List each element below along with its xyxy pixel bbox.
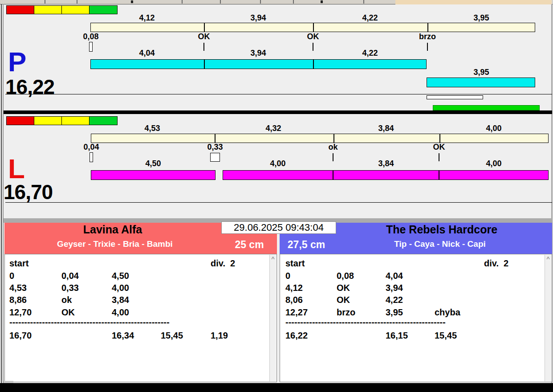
toolbar-clipped bbox=[0, 0, 553, 4]
toolbar-glyph-fragment bbox=[321, 0, 323, 3]
p-tick bbox=[203, 43, 204, 51]
bottom-bar bbox=[0, 383, 553, 392]
total-clean: 16,15 bbox=[386, 331, 408, 340]
scroll-up-arrow[interactable]: ^ bbox=[545, 256, 551, 261]
toolbar-separator bbox=[182, 0, 183, 4]
l-ref-split-label: 4,53 bbox=[144, 124, 160, 132]
cell-time: 0 bbox=[285, 271, 290, 280]
bar-divider bbox=[427, 23, 428, 32]
total-time: 16,70 bbox=[9, 331, 32, 340]
toolbar-separator bbox=[260, 0, 261, 4]
traffic-green-segment bbox=[89, 6, 117, 14]
toolbar-separator bbox=[45, 0, 45, 4]
cell-mark: brzo bbox=[337, 308, 355, 317]
l-run-bar-first bbox=[91, 170, 216, 180]
cell-time: 4,53 bbox=[9, 283, 27, 292]
cell-split: 4,04 bbox=[386, 271, 403, 280]
toolbar-glyph-fragment bbox=[131, 0, 133, 3]
cell-time: 12,70 bbox=[9, 308, 32, 317]
p-start-tick-box bbox=[89, 42, 93, 52]
l-change-mark: ok bbox=[328, 143, 337, 151]
l-ref-split-label: 4,00 bbox=[486, 124, 501, 132]
bar-divider bbox=[215, 134, 216, 143]
p-ref-split-label: 4,12 bbox=[139, 14, 155, 22]
total-time: 16,22 bbox=[285, 331, 308, 340]
l-change-mark: 0,33 bbox=[207, 143, 223, 151]
l-tick bbox=[333, 153, 333, 161]
traffic-green-segment bbox=[89, 117, 117, 125]
p-ref-split-label: 3,95 bbox=[473, 14, 489, 22]
bar-divider bbox=[313, 60, 314, 69]
total-diff: 1,19 bbox=[211, 331, 228, 340]
lane-divider bbox=[4, 110, 552, 114]
cell-mark: 0,08 bbox=[337, 271, 354, 280]
left-team-dogs: Geyser - Trixie - Bria - Bambi bbox=[57, 240, 173, 248]
l-change-tick-box bbox=[210, 153, 220, 162]
l-lane-letter: L bbox=[8, 155, 25, 183]
l-run-split-label: 4,00 bbox=[270, 159, 285, 167]
cell-mark: 0,33 bbox=[61, 283, 79, 292]
l-start-tick-box bbox=[89, 152, 93, 162]
l-total-time: 16,70 bbox=[4, 182, 53, 202]
p-ref-split-label: 3,94 bbox=[250, 14, 266, 22]
left-table-scrollbar[interactable]: ^ bbox=[269, 255, 276, 381]
cell-mark: 0,04 bbox=[61, 271, 79, 280]
right-results-table: start div. 2 0 0,08 4,04 4,12 OK 3,94 8,… bbox=[280, 254, 552, 382]
table-header-start: start bbox=[9, 259, 28, 268]
p-green-bar bbox=[433, 105, 540, 110]
table-header-start: start bbox=[285, 259, 305, 268]
l-section-line bbox=[5, 202, 552, 203]
l-run-split-label: 4,00 bbox=[486, 159, 501, 167]
p-traffic-light bbox=[6, 5, 118, 14]
left-team-name: Lavina Alfa bbox=[83, 224, 142, 235]
timestamp: 29.06.2025 09:43:04 bbox=[221, 221, 336, 234]
traffic-red-segment bbox=[7, 6, 34, 14]
table-separator: ----------------------------------------… bbox=[285, 318, 446, 327]
app-window: 4,12 3,94 4,22 3,95 0,08 OK OK brzo 4,04… bbox=[0, 0, 553, 392]
traffic-yellow-segment bbox=[62, 6, 89, 14]
bar-divider bbox=[333, 134, 334, 143]
p-tick bbox=[313, 43, 313, 51]
l-change-mark: 0,04 bbox=[83, 143, 99, 151]
l-run-split-label: 3,84 bbox=[378, 159, 394, 167]
cell-split: 3,84 bbox=[112, 295, 129, 304]
p-white-bar bbox=[427, 95, 483, 99]
left-team-height: 25 cm bbox=[235, 240, 264, 250]
bar-divider bbox=[439, 134, 440, 143]
toolbar-right-patch bbox=[395, 0, 552, 4]
cell-mark: OK bbox=[337, 295, 350, 304]
traffic-yellow-segment bbox=[34, 117, 62, 125]
cell-fault: chyba bbox=[435, 308, 460, 317]
l-change-mark: OK bbox=[433, 143, 445, 151]
p-run-bar-last bbox=[427, 78, 535, 87]
table-header-div: div. 2 bbox=[211, 259, 235, 268]
cell-mark: ok bbox=[61, 295, 72, 304]
toolbar-separator bbox=[363, 0, 364, 4]
cell-time: 8,86 bbox=[9, 295, 27, 304]
traffic-red-segment bbox=[7, 117, 34, 125]
cell-split: 3,94 bbox=[386, 283, 403, 292]
cell-time: 0 bbox=[9, 271, 14, 280]
l-run-split-label: 4,50 bbox=[145, 159, 161, 167]
right-team-name: The Rebels Hardcore bbox=[386, 224, 497, 235]
p-ref-split-label: 4,22 bbox=[362, 14, 378, 22]
table-separator: ----------------------------------------… bbox=[9, 318, 170, 327]
traffic-yellow-segment bbox=[34, 6, 62, 14]
total-clean: 16,34 bbox=[112, 331, 134, 340]
l-traffic-light bbox=[6, 116, 118, 125]
p-run-bar bbox=[90, 59, 427, 69]
l-ref-split-label: 3,84 bbox=[378, 124, 394, 132]
scroll-up-arrow[interactable]: ^ bbox=[270, 256, 276, 261]
total-best: 15,45 bbox=[161, 331, 183, 340]
cell-split: 4,00 bbox=[112, 308, 129, 317]
p-tick bbox=[427, 43, 428, 51]
cell-time: 4,12 bbox=[285, 283, 303, 292]
toolbar-separator bbox=[77, 0, 77, 4]
bar-divider bbox=[439, 171, 439, 180]
cell-mark: OK bbox=[337, 283, 350, 292]
p-reference-bar bbox=[90, 23, 535, 32]
right-team-height: 27,5 cm bbox=[288, 240, 325, 250]
right-table-scrollbar[interactable]: ^ bbox=[545, 255, 551, 381]
left-results-table: start div. 2 0 0,04 4,50 4,53 0,33 4,00 … bbox=[4, 254, 277, 382]
toolbar-separator bbox=[293, 0, 294, 4]
